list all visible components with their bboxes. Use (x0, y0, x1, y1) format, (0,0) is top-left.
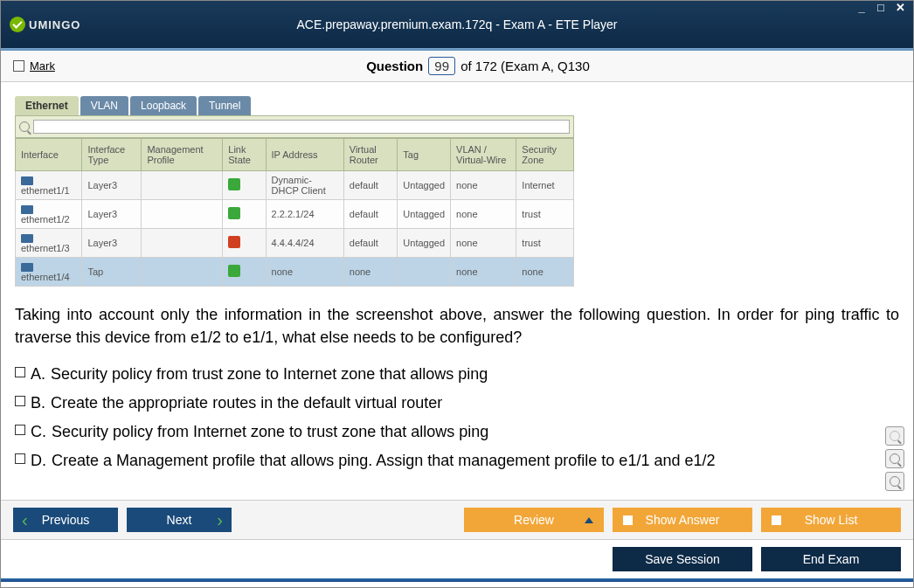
answer-letter: A. (31, 363, 45, 386)
table-row[interactable]: ethernet1/1Layer3Dynamic-DHCP Clientdefa… (16, 171, 574, 200)
answer-option[interactable]: C.Security policy from Internet zone to … (15, 420, 899, 444)
cell-interface: ethernet1/4 (16, 258, 82, 287)
save-session-button[interactable]: Save Session (613, 547, 752, 571)
cell-vlan: none (451, 200, 516, 229)
cell-ip: none (266, 258, 343, 287)
cell-zone: none (516, 258, 574, 287)
tab-vlan[interactable]: VLAN (80, 96, 128, 115)
cell-tag: Untagged (398, 171, 451, 200)
question-label: Question (366, 59, 423, 73)
maximize-button[interactable]: □ (873, 3, 889, 15)
cell-vr: default (343, 229, 398, 258)
cell-tag: Untagged (398, 229, 451, 258)
tab-ethernet[interactable]: Ethernet (15, 96, 79, 115)
tab-tunnel[interactable]: Tunnel (198, 96, 251, 115)
link-state-icon (228, 265, 240, 277)
answer-checkbox[interactable] (15, 425, 25, 435)
th-tag: Tag (398, 139, 451, 171)
cell-vr: none (343, 258, 398, 287)
show-list-button[interactable]: Show List (761, 508, 901, 532)
port-icon (21, 176, 33, 185)
cell-type: Layer3 (82, 171, 142, 200)
th-link: Link State (223, 139, 266, 171)
cell-zone: trust (516, 200, 574, 229)
answer-option[interactable]: D.Create a Management profile that allow… (15, 449, 899, 473)
previous-button[interactable]: Previous (13, 508, 118, 532)
link-state-icon (228, 207, 240, 219)
filter-row (15, 115, 574, 138)
answer-text: Security policy from trust zone to Inter… (51, 363, 488, 386)
interface-table: Interface Interface Type Management Prof… (15, 138, 574, 287)
zoom-out-icon[interactable] (885, 472, 904, 491)
review-button[interactable]: Review (464, 508, 604, 532)
th-ip: IP Address (266, 139, 343, 171)
tab-loopback[interactable]: Loopback (130, 96, 197, 115)
answers-list: A.Security policy from trust zone to Int… (15, 363, 899, 473)
cell-ip: 2.2.2.1/24 (266, 200, 343, 229)
th-vlan: VLAN / Virtual-Wire (451, 139, 516, 171)
answer-checkbox[interactable] (15, 367, 25, 377)
answer-option[interactable]: A.Security policy from trust zone to Int… (15, 363, 899, 386)
question-suffix: of 172 (Exam A, Q130 (460, 59, 590, 73)
table-row[interactable]: ethernet1/4Tapnonenonenonenone (16, 258, 574, 287)
zoom-reset-icon[interactable] (885, 426, 904, 446)
show-answer-button[interactable]: Show Answer (613, 508, 752, 532)
answer-checkbox[interactable] (15, 396, 25, 406)
window-title: ACE.prepaway.premium.exam.172q - Exam A … (1, 17, 913, 31)
answer-text: Create a Management profile that allows … (52, 449, 715, 473)
th-profile: Management Profile (142, 139, 223, 171)
answer-letter: B. (31, 391, 45, 415)
minimize-button[interactable]: _ (854, 3, 869, 15)
cell-profile (142, 200, 223, 229)
question-bar: Mark Question 99 of 172 (Exam A, Q130 (1, 51, 913, 82)
cell-vlan: none (451, 171, 516, 200)
cell-tag (398, 258, 451, 287)
cell-link (223, 200, 266, 229)
answer-option[interactable]: B.Create the appropriate routes in the d… (15, 391, 899, 415)
logo-check-icon (10, 17, 25, 32)
port-icon (21, 263, 33, 272)
cell-profile (142, 171, 223, 200)
cell-link (223, 171, 266, 200)
answer-text: Security policy from Internet zone to tr… (52, 420, 488, 444)
cell-vr: default (343, 200, 398, 229)
zoom-in-icon[interactable] (885, 449, 904, 468)
content-area: Ethernet VLAN Loopback Tunnel Interface … (1, 82, 913, 500)
link-state-icon (228, 236, 240, 248)
end-exam-button[interactable]: End Exam (761, 547, 901, 571)
port-icon (21, 205, 33, 214)
cell-link (223, 229, 266, 258)
answer-checkbox[interactable] (15, 453, 25, 464)
cell-type: Tap (82, 258, 142, 287)
cell-link (223, 258, 266, 287)
app-logo: UMINGO (10, 17, 80, 32)
mark-checkbox[interactable] (13, 60, 24, 72)
table-row[interactable]: ethernet1/2Layer32.2.2.1/24defaultUntagg… (16, 200, 574, 229)
port-icon (21, 234, 33, 243)
next-button[interactable]: Next (127, 508, 232, 532)
th-vr: Virtual Router (343, 139, 398, 171)
filter-input[interactable] (33, 120, 570, 134)
cell-type: Layer3 (82, 200, 142, 229)
th-type: Interface Type (82, 139, 142, 171)
cell-vr: default (343, 171, 398, 200)
session-bar: Save Session End Exam (1, 539, 913, 578)
cell-interface: ethernet1/1 (16, 171, 82, 200)
cell-ip: Dynamic-DHCP Client (266, 171, 343, 200)
close-button[interactable]: ✕ (892, 3, 908, 15)
link-state-icon (228, 178, 240, 190)
cell-zone: trust (516, 229, 574, 258)
answer-letter: D. (31, 449, 46, 473)
cell-interface: ethernet1/3 (16, 229, 82, 258)
th-zone: Security Zone (516, 139, 574, 171)
nav-bar: Previous Next Review Show Answer Show Li… (1, 500, 913, 539)
cell-type: Layer3 (82, 229, 142, 258)
cell-ip: 4.4.4.4/24 (266, 229, 343, 258)
cell-interface: ethernet1/2 (16, 200, 82, 229)
mark-label[interactable]: Mark (30, 59, 55, 73)
cell-tag: Untagged (398, 200, 451, 229)
th-interface: Interface (16, 139, 82, 171)
answer-letter: C. (31, 420, 46, 444)
cell-vlan: none (451, 258, 516, 287)
table-row[interactable]: ethernet1/3Layer34.4.4.4/24defaultUntagg… (16, 229, 574, 258)
